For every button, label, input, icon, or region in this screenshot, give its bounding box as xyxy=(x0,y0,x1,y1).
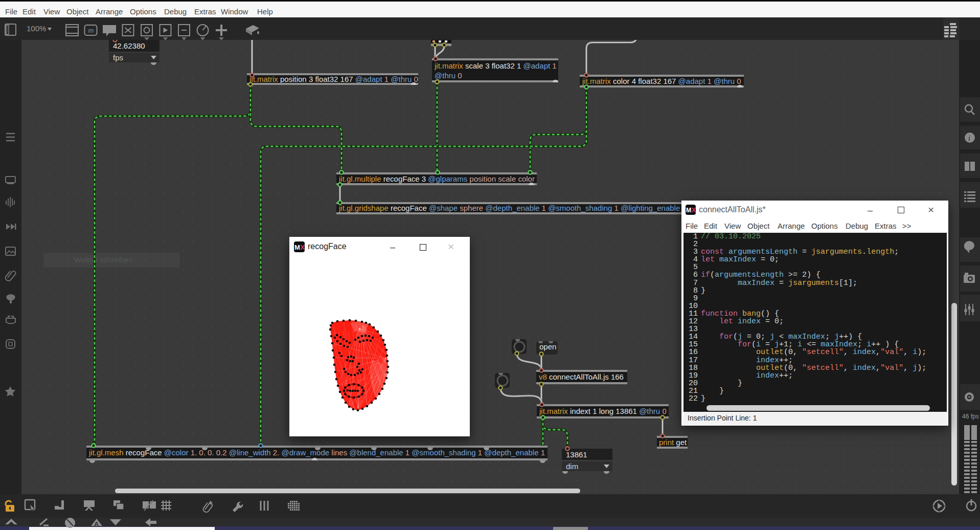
svg-text:A: A xyxy=(94,520,99,528)
